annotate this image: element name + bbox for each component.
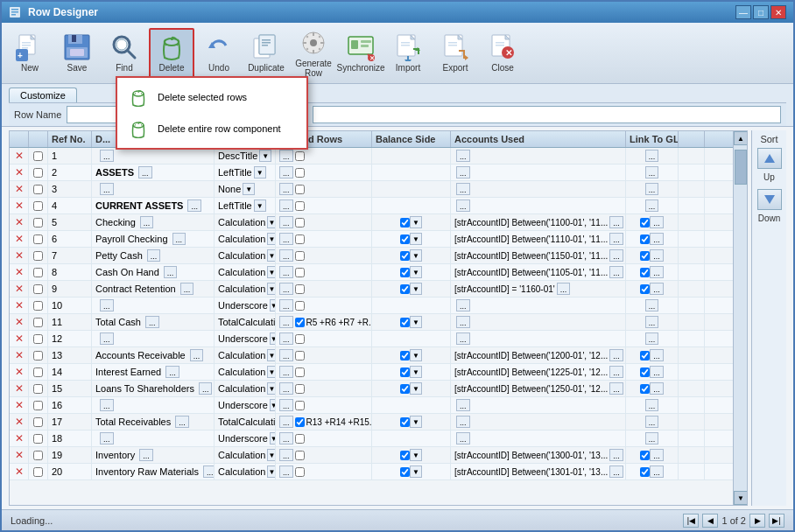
row-checkbox-cell[interactable] — [29, 214, 48, 230]
row-delete-x[interactable]: ✕ — [10, 164, 29, 180]
row-desc-dots[interactable]: ... — [100, 299, 114, 312]
related-checkbox[interactable] — [295, 318, 305, 327]
last-page-button[interactable]: ▶| — [769, 514, 784, 528]
row-checkbox[interactable] — [33, 334, 43, 344]
related-checkbox[interactable] — [295, 417, 305, 427]
related-dots[interactable]: ... — [279, 332, 293, 345]
row-checkbox-cell[interactable] — [29, 414, 48, 430]
link-dots[interactable]: ... — [650, 466, 664, 478]
balance-side-checkbox[interactable] — [400, 318, 410, 327]
balance-side-checkbox[interactable] — [400, 417, 410, 427]
link-gl-checkbox[interactable] — [640, 467, 650, 477]
related-checkbox[interactable] — [295, 185, 305, 194]
balance-side-checkbox[interactable] — [400, 368, 410, 377]
row-desc-dots[interactable]: ... — [203, 466, 215, 478]
row-checkbox[interactable] — [33, 268, 43, 277]
row-checkbox-cell[interactable] — [29, 248, 48, 263]
row-type-dropdown-arrow[interactable]: ▼ — [267, 216, 276, 228]
balance-side-dropdown[interactable]: ▼ — [410, 416, 422, 428]
row-desc-dots[interactable]: ... — [199, 382, 213, 395]
related-checkbox[interactable] — [295, 451, 305, 460]
row-delete-x[interactable]: ✕ — [10, 198, 29, 214]
row-checkbox-cell[interactable] — [29, 447, 48, 463]
row-desc-dots[interactable]: ... — [175, 416, 189, 428]
row-checkbox[interactable] — [33, 218, 43, 228]
related-dots[interactable]: ... — [279, 166, 293, 178]
row-delete-x[interactable]: ✕ — [10, 264, 29, 280]
balance-side-checkbox[interactable] — [400, 451, 410, 460]
row-desc-dots[interactable]: ... — [100, 150, 114, 162]
customize-tab[interactable]: Customize — [9, 88, 77, 102]
row-desc-dots[interactable]: ... — [138, 166, 152, 178]
synchronize-button[interactable]: ✕ Synchronize — [338, 28, 383, 79]
link-gl-checkbox[interactable] — [640, 268, 650, 277]
row-type-dropdown-arrow[interactable]: ▼ — [270, 332, 276, 345]
accounts-dots[interactable]: ... — [609, 216, 623, 228]
related-checkbox[interactable] — [295, 434, 305, 444]
accounts-dots[interactable]: ... — [557, 283, 571, 295]
row-checkbox[interactable] — [33, 351, 43, 360]
delete-component-item[interactable]: Delete entire row component — [117, 113, 306, 144]
balance-side-checkbox[interactable] — [400, 351, 410, 360]
link-dots[interactable]: ... — [650, 266, 664, 278]
row-checkbox[interactable] — [33, 301, 43, 311]
row-checkbox[interactable] — [33, 467, 43, 477]
row-type-dropdown-arrow[interactable]: ▼ — [267, 249, 276, 262]
related-checkbox[interactable] — [295, 218, 305, 228]
row-delete-x[interactable]: ✕ — [10, 231, 29, 247]
row-type-dropdown-arrow[interactable]: ▼ — [267, 349, 276, 361]
row-type-dropdown-arrow[interactable]: ▼ — [267, 449, 276, 461]
sort-up-button[interactable] — [757, 148, 782, 169]
accounts-dots[interactable]: ... — [456, 166, 470, 178]
related-checkbox[interactable] — [295, 351, 305, 360]
related-dots[interactable]: ... — [279, 399, 293, 411]
row-desc-dots[interactable]: ... — [140, 216, 154, 228]
link-dots[interactable]: ... — [645, 183, 659, 195]
link-dots[interactable]: ... — [645, 200, 659, 212]
row-desc-dots[interactable]: ... — [172, 233, 186, 245]
balance-side-checkbox[interactable] — [400, 218, 410, 228]
row-checkbox[interactable] — [33, 251, 43, 261]
undo-button[interactable]: Undo — [196, 28, 242, 79]
row-checkbox-cell[interactable] — [29, 264, 48, 280]
find-button[interactable]: Find — [102, 28, 147, 79]
accounts-dots[interactable]: ... — [456, 200, 470, 212]
row-checkbox-cell[interactable] — [29, 148, 48, 164]
row-checkbox-cell[interactable] — [29, 381, 48, 396]
row-checkbox-cell[interactable] — [29, 281, 48, 297]
row-type-dropdown-arrow[interactable]: ▼ — [259, 150, 271, 162]
related-checkbox[interactable] — [295, 384, 305, 394]
row-checkbox-cell[interactable] — [29, 364, 48, 380]
row-checkbox[interactable] — [33, 368, 43, 377]
related-checkbox[interactable] — [295, 301, 305, 311]
row-checkbox-cell[interactable] — [29, 181, 48, 197]
balance-side-dropdown[interactable]: ▼ — [410, 216, 422, 228]
row-delete-x[interactable]: ✕ — [10, 447, 29, 463]
delete-selected-rows-item[interactable]: Delete selected rows — [117, 81, 306, 113]
scroll-track[interactable] — [734, 145, 747, 491]
row-checkbox[interactable] — [33, 185, 43, 194]
related-checkbox[interactable] — [295, 201, 305, 211]
minimize-button[interactable]: — — [735, 5, 751, 19]
link-dots[interactable]: ... — [650, 249, 664, 262]
vertical-scrollbar[interactable]: ▲ ▼ — [733, 131, 747, 505]
delete-button[interactable]: Delete — [149, 28, 194, 79]
link-gl-checkbox[interactable] — [640, 251, 650, 261]
balance-side-checkbox[interactable] — [400, 234, 410, 244]
balance-side-dropdown[interactable]: ▼ — [410, 266, 422, 278]
accounts-dots[interactable]: ... — [456, 316, 470, 328]
balance-sheet-copy-input[interactable] — [313, 106, 781, 123]
new-button[interactable]: + New — [7, 28, 53, 79]
row-delete-x[interactable]: ✕ — [10, 281, 29, 297]
related-dots[interactable]: ... — [279, 216, 293, 228]
link-dots[interactable]: ... — [650, 366, 664, 378]
link-gl-checkbox[interactable] — [640, 351, 650, 360]
balance-side-checkbox[interactable] — [400, 268, 410, 277]
close-window-button[interactable]: ✕ — [770, 5, 786, 19]
row-checkbox[interactable] — [33, 168, 43, 178]
row-desc-dots[interactable]: ... — [100, 332, 114, 345]
row-desc-dots[interactable]: ... — [147, 249, 161, 262]
accounts-dots[interactable]: ... — [456, 183, 470, 195]
accounts-dots[interactable]: ... — [456, 150, 470, 162]
link-gl-checkbox[interactable] — [640, 234, 650, 244]
